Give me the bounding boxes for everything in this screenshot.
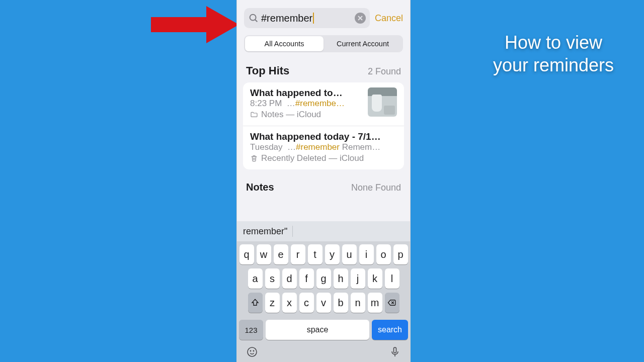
account-scope-segmented[interactable]: All Accounts Current Account: [244, 35, 403, 52]
trash-icon: [250, 154, 258, 162]
top-hits-list: What happened to… 8:23 PM …#remembe… Not…: [243, 82, 404, 169]
top-hits-title: Top Hits: [246, 64, 289, 77]
svg-point-0: [250, 15, 256, 21]
shift-key[interactable]: [248, 293, 263, 313]
key-g[interactable]: g: [316, 268, 331, 289]
key-c[interactable]: c: [299, 293, 314, 313]
key-i[interactable]: i: [359, 244, 374, 264]
notes-title: Notes: [246, 182, 274, 193]
key-q[interactable]: q: [239, 244, 254, 264]
cancel-button[interactable]: Cancel: [375, 13, 403, 24]
shift-icon: [251, 298, 260, 307]
space-key[interactable]: space: [266, 320, 369, 340]
segment-all-accounts[interactable]: All Accounts: [245, 36, 324, 51]
red-arrow-annotation: [146, 2, 242, 47]
keyboard-suggestions[interactable]: remember": [237, 221, 410, 241]
suggestion-item[interactable]: remember": [240, 226, 290, 237]
search-result[interactable]: What happened to… 8:23 PM …#remembe… Not…: [243, 82, 404, 126]
result-snippet: Tuesday …#remember Remem…: [250, 142, 397, 152]
clear-search-button[interactable]: [355, 13, 366, 24]
segment-current-account[interactable]: Current Account: [324, 36, 402, 51]
result-location: Notes — iCloud: [250, 110, 363, 120]
key-a[interactable]: a: [248, 268, 263, 289]
key-y[interactable]: y: [325, 244, 340, 264]
caption-line-2: your reminders: [493, 55, 614, 75]
top-hits-header: Top Hits 2 Found: [237, 52, 410, 82]
key-z[interactable]: z: [265, 293, 280, 313]
top-hits-count: 2 Found: [368, 66, 401, 77]
result-thumbnail: [368, 87, 397, 117]
emoji-key[interactable]: [246, 346, 258, 360]
search-icon: [248, 13, 259, 24]
x-icon: [358, 16, 363, 21]
emoji-icon: [246, 346, 258, 358]
key-e[interactable]: e: [274, 244, 288, 264]
key-b[interactable]: b: [334, 293, 348, 313]
search-key[interactable]: search: [372, 320, 408, 340]
key-p[interactable]: p: [393, 244, 408, 264]
result-snippet: 8:23 PM …#remembe…: [250, 99, 363, 109]
key-h[interactable]: h: [334, 268, 348, 289]
svg-line-1: [255, 20, 257, 22]
key-k[interactable]: k: [368, 268, 382, 289]
key-f[interactable]: f: [299, 268, 314, 289]
search-result[interactable]: What happened today - 7/1… Tuesday …#rem…: [243, 126, 404, 169]
svg-point-8: [248, 347, 257, 356]
key-m[interactable]: m: [368, 293, 382, 313]
key-n[interactable]: n: [351, 293, 365, 313]
search-input[interactable]: #remember: [259, 13, 355, 24]
text-caret: [313, 13, 314, 24]
backspace-icon: [387, 298, 396, 307]
backspace-key[interactable]: [385, 293, 399, 313]
svg-point-9: [250, 350, 251, 351]
key-d[interactable]: d: [282, 268, 297, 289]
svg-rect-11: [394, 347, 396, 353]
key-v[interactable]: v: [316, 293, 331, 313]
search-bar-row: #remember Cancel: [237, 0, 410, 33]
key-r[interactable]: r: [291, 244, 305, 264]
key-x[interactable]: x: [282, 293, 297, 313]
key-l[interactable]: l: [385, 268, 399, 289]
key-o[interactable]: o: [376, 244, 391, 264]
caption-line-1: How to view: [505, 32, 602, 53]
notes-section-header: Notes None Found: [237, 169, 410, 198]
result-title: What happened to…: [250, 87, 363, 99]
tutorial-caption: How to view your reminders: [493, 31, 614, 76]
key-s[interactable]: s: [265, 268, 280, 289]
search-field[interactable]: #remember: [244, 8, 370, 28]
phone-screen: #remember Cancel All Accounts Current Ac…: [236, 0, 411, 362]
microphone-icon: [389, 346, 401, 358]
result-location: Recently Deleted — iCloud: [250, 153, 397, 163]
onscreen-keyboard[interactable]: remember" qwertyuiop asdfghjkl zxcvbnm 1…: [237, 221, 410, 362]
svg-point-10: [253, 350, 254, 351]
key-t[interactable]: t: [308, 244, 323, 264]
notes-count: None Found: [351, 183, 401, 193]
key-w[interactable]: w: [257, 244, 271, 264]
folder-icon: [250, 111, 258, 119]
numbers-key[interactable]: 123: [239, 320, 263, 340]
dictation-key[interactable]: [389, 346, 401, 360]
result-title: What happened today - 7/1…: [250, 131, 397, 142]
key-u[interactable]: u: [342, 244, 357, 264]
key-j[interactable]: j: [351, 268, 365, 289]
